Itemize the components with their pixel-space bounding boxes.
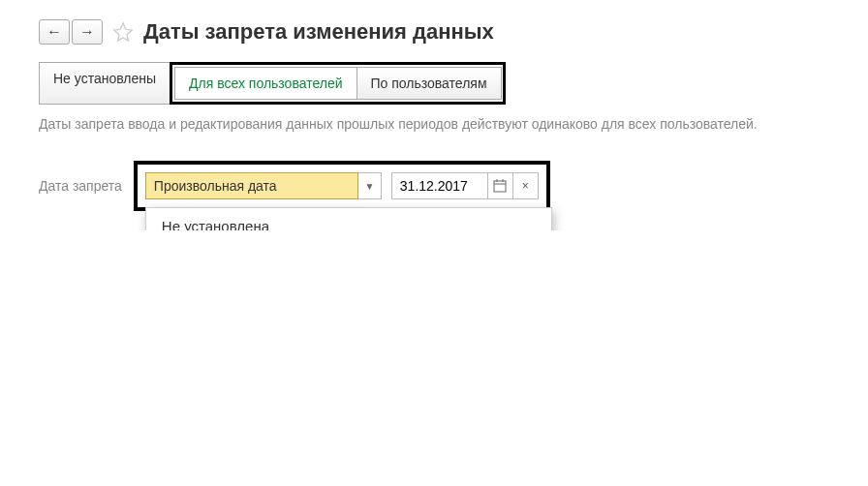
page-title: Даты запрета изменения данных (143, 19, 494, 45)
dropdown-caret-icon[interactable]: ▼ (358, 172, 382, 199)
arrow-left-icon: ← (46, 24, 62, 40)
dropdown-option-not-set[interactable]: Не установлена (146, 208, 551, 230)
description-text: Даты запрета ввода и редактирования данн… (39, 116, 829, 132)
tab-not-set[interactable]: Не установлены (39, 62, 170, 105)
svg-rect-0 (494, 181, 506, 192)
clear-date-button[interactable]: × (513, 172, 539, 199)
date-type-input[interactable] (145, 172, 358, 199)
nav-back-button[interactable]: ← (39, 19, 70, 45)
tabs-highlight-box: Для всех пользователей По пользователям (170, 62, 505, 105)
arrow-right-icon: → (79, 24, 95, 40)
date-type-dropdown[interactable]: ▼ Не установлена Произвольная дата Конец… (145, 172, 382, 199)
date-value-input[interactable] (391, 172, 488, 199)
date-prohibition-label: Дата запрета (39, 178, 122, 194)
favorite-star-icon[interactable] (110, 19, 136, 45)
tab-for-all-users[interactable]: Для всех пользователей (174, 67, 356, 100)
dropdown-highlight-box: ▼ Не установлена Произвольная дата Конец… (134, 161, 550, 211)
dropdown-list: Не установлена Произвольная дата Конец п… (145, 207, 552, 230)
tab-by-users[interactable]: По пользователям (356, 67, 502, 100)
calendar-icon[interactable] (488, 172, 513, 199)
nav-forward-button[interactable]: → (72, 19, 103, 45)
